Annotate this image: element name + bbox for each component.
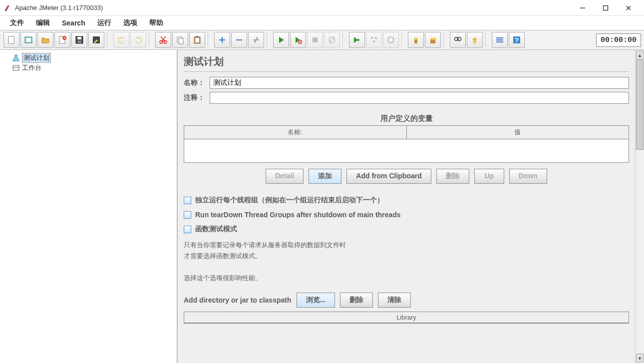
svg-point-35 (388, 37, 394, 43)
svg-line-31 (330, 38, 334, 42)
vars-col-value[interactable]: 值 (407, 126, 629, 139)
tree-item-test-plan[interactable]: 测试计划 (2, 53, 175, 63)
flask-icon (12, 54, 20, 62)
run-serial-checkbox[interactable] (184, 197, 191, 204)
cp-clear-button[interactable]: 清除 (378, 293, 411, 308)
stop-icon[interactable] (307, 32, 323, 48)
svg-point-32 (371, 37, 373, 39)
name-input[interactable] (210, 77, 629, 89)
expand-icon[interactable] (214, 32, 230, 48)
down-button[interactable]: Down (509, 169, 547, 184)
add-from-clipboard-button[interactable]: Add from Clipboard (346, 169, 431, 184)
timer-display: 00:00:00 (596, 33, 641, 47)
svg-line-18 (161, 36, 165, 42)
svg-rect-48 (13, 65, 19, 70)
menu-edit[interactable]: 编辑 (31, 16, 55, 29)
svg-point-33 (375, 37, 377, 39)
vars-title: 用户定义的变量 (184, 114, 629, 123)
new-icon[interactable] (3, 32, 19, 48)
scroll-up-icon[interactable]: ▴ (636, 50, 644, 59)
remote-stop-all-icon[interactable] (383, 32, 399, 48)
detail-button[interactable]: Detail (266, 169, 304, 184)
start-remote-icon[interactable] (349, 32, 365, 48)
function-helper-icon[interactable] (492, 32, 508, 48)
vars-col-name[interactable]: 名称: (184, 126, 407, 139)
maximize-button[interactable] (594, 1, 617, 14)
scroll-down-icon[interactable]: ▾ (636, 354, 644, 363)
tree-item-workbench[interactable]: 工作台 (2, 63, 175, 73)
teardown-label: Run tearDown Thread Groups after shutdow… (195, 211, 400, 219)
templates-icon[interactable] (20, 32, 36, 48)
functional-mode-checkbox[interactable] (184, 226, 191, 233)
close-icon[interactable] (54, 32, 70, 48)
vars-table-body[interactable] (184, 139, 629, 162)
run-serial-label: 独立运行每个线程组（例如在一个组运行结束后启动下一个） (195, 196, 384, 205)
vertical-scrollbar[interactable]: ▴ ▾ (635, 50, 644, 363)
scroll-thumb[interactable] (636, 60, 644, 150)
svg-rect-6 (26, 38, 31, 42)
up-button[interactable]: Up (474, 169, 504, 184)
start-icon[interactable] (273, 32, 289, 48)
menu-file[interactable]: 文件 (5, 16, 29, 29)
svg-rect-1 (604, 5, 608, 10)
minimize-button[interactable] (571, 1, 594, 14)
cut-icon[interactable] (155, 32, 171, 48)
shutdown-icon[interactable] (324, 32, 340, 48)
svg-rect-13 (77, 40, 81, 43)
svg-line-17 (161, 36, 166, 42)
menu-run[interactable]: 运行 (92, 16, 116, 29)
close-button[interactable] (617, 1, 640, 14)
svg-text:?: ? (515, 36, 519, 44)
start-no-pause-icon[interactable] (290, 32, 306, 48)
redo-icon[interactable] (130, 32, 146, 48)
comment-label: 注释： (184, 93, 210, 102)
collapse-icon[interactable] (231, 32, 247, 48)
help-icon[interactable]: ? (509, 32, 525, 48)
tree-panel: 测试计划 工作台 (0, 50, 178, 363)
menubar: 文件 编辑 Search 运行 选项 帮助 (0, 16, 644, 30)
browse-button[interactable]: 浏览... (297, 293, 335, 308)
paste-icon[interactable] (189, 32, 205, 48)
menu-options[interactable]: 选项 (118, 16, 142, 29)
copy-icon[interactable] (172, 32, 188, 48)
classpath-label: Add directory or jar to classpath (184, 296, 292, 304)
help-text: 只有当你需要记录每个请求从服务器取得的数据到文件时 才需要选择函数测试模式。 选… (184, 240, 629, 284)
svg-rect-20 (179, 38, 183, 44)
menu-search[interactable]: Search (57, 17, 90, 29)
svg-rect-38 (433, 40, 435, 43)
add-button[interactable]: 添加 (309, 169, 341, 184)
undo-icon[interactable] (113, 32, 129, 48)
tree-item-label: 测试计划 (22, 53, 51, 63)
comment-input[interactable] (210, 92, 629, 104)
window-title: Apache JMeter (3.1 r1770033) (15, 4, 571, 11)
search-tree-icon[interactable] (450, 32, 466, 48)
svg-point-34 (373, 40, 375, 42)
library-table: Library (184, 312, 629, 324)
panel-title: 测试计划 (184, 55, 629, 68)
remote-start-all-icon[interactable] (366, 32, 382, 48)
workbench-icon (12, 64, 20, 72)
menu-help[interactable]: 帮助 (144, 16, 168, 29)
svg-rect-43 (496, 37, 503, 38)
reset-search-icon[interactable] (467, 32, 483, 48)
vars-table: 名称: 值 (184, 125, 629, 163)
functional-mode-label: 函数测试模式 (195, 225, 237, 234)
toggle-icon[interactable] (248, 32, 264, 48)
delete-button[interactable]: 删除 (436, 169, 469, 184)
svg-rect-12 (77, 37, 81, 39)
toolbar: ? 00:00:00 (0, 30, 644, 50)
open-icon[interactable] (37, 32, 53, 48)
save-as-icon[interactable] (88, 32, 104, 48)
clear-all-icon[interactable] (425, 32, 441, 48)
library-col-header[interactable]: Library (184, 312, 629, 323)
svg-rect-23 (196, 36, 199, 38)
svg-rect-29 (313, 37, 318, 42)
svg-rect-42 (473, 40, 476, 43)
save-icon[interactable] (71, 32, 87, 48)
tree-item-label: 工作台 (22, 63, 41, 72)
teardown-checkbox[interactable] (184, 211, 191, 219)
cp-delete-button[interactable]: 删除 (340, 293, 373, 308)
svg-line-28 (299, 41, 301, 43)
clear-icon[interactable] (408, 32, 424, 48)
svg-rect-22 (195, 38, 199, 42)
